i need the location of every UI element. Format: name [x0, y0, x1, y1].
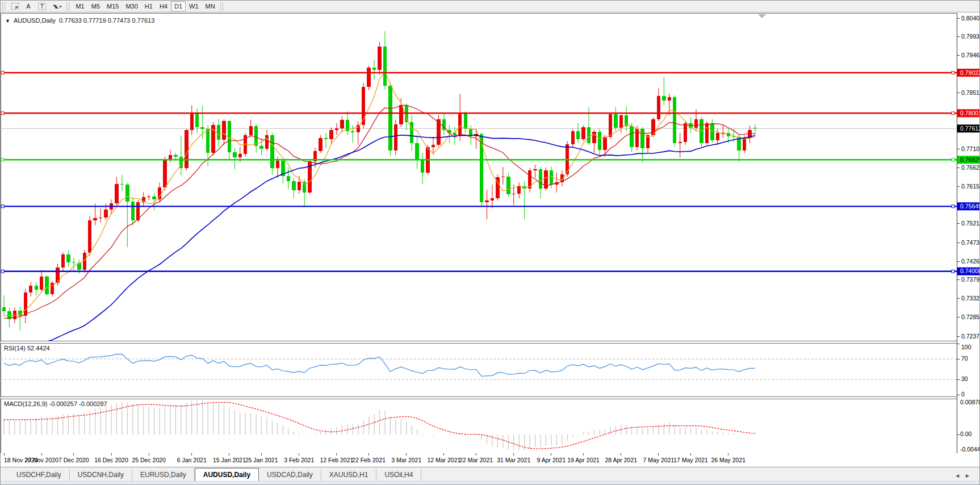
rsi-tick-label: 100: [961, 344, 971, 350]
svg-text:0.75649: 0.75649: [960, 203, 980, 210]
date-tick-label: 26 May 2021: [711, 457, 746, 463]
rsi-tick-label: 0: [961, 391, 965, 398]
symbol-tab-bar: USDCHF,DailyUSDCNH,DailyEURUSD,DailyAUDU…: [1, 467, 980, 481]
price-tick-label: 0.73320: [961, 295, 980, 302]
price-badge-0.79023: 0.79023: [957, 69, 980, 77]
price-tick-label: 0.74260: [961, 258, 980, 265]
macd-tick-label: -0.004451: [960, 446, 980, 453]
svg-text:0.78001: 0.78001: [960, 110, 980, 116]
date-tick-label: 27 Nov 2020: [24, 457, 58, 463]
chart-title: ▼AUDUSD,Daily 0.77633 0.77719 0.77473 0.…: [5, 17, 154, 24]
scroll-right-icon[interactable]: ►: [965, 473, 975, 479]
price-tick-label: 0.75210: [961, 220, 980, 227]
trading-platform-window: F A T ◥◣ ▾ M1M5M15M30H1H4D1W1MN ▼AUDUSD,…: [0, 0, 980, 485]
date-tick-label: 12 Mar 2021: [427, 457, 460, 463]
date-tick-label: 22 Feb 2021: [352, 457, 386, 463]
date-tick-label: 3 Feb 2021: [284, 457, 314, 463]
price-tick-label: 0.72370: [961, 333, 980, 340]
rsi-indicator-label: RSI(14) 52.4424: [4, 345, 50, 352]
date-tick-label: 15 Jan 2021: [213, 457, 246, 463]
date-tick-label: 31 Mar 2021: [497, 457, 530, 463]
collapse-triangle-icon[interactable]: ▼: [5, 18, 10, 24]
price-tick-label: 0.77100: [961, 145, 980, 152]
price-tick-label: 0.79930: [961, 33, 980, 40]
price-tick-label: 0.80400: [961, 15, 980, 22]
date-tick-label: 25 Dec 2020: [132, 457, 166, 463]
price-tick-label: 0.73790: [961, 276, 980, 283]
date-tick-label: 16 Dec 2020: [94, 457, 128, 463]
tab-audusd-daily[interactable]: AUDUSD,Daily: [195, 468, 259, 481]
tab-xauusd-h1[interactable]: XAUUSD,H1: [321, 469, 377, 481]
date-tick-label: 28 Apr 2021: [605, 457, 637, 463]
date-tick-label: 17 May 2021: [673, 457, 708, 463]
date-tick-label: 9 Apr 2021: [537, 457, 566, 463]
tab-eurusd-daily[interactable]: EURUSD,Daily: [132, 469, 195, 481]
tab-scroll-arrows[interactable]: ◄►: [954, 473, 975, 479]
price-badge-0.74008: 0.74008: [957, 267, 980, 275]
price-badge-0.78001: 0.78001: [957, 109, 980, 117]
price-tick-label: 0.78510: [961, 89, 980, 96]
macd-indicator-label: MACD(12,26,9) -0.000257 -0.000287: [4, 400, 107, 407]
svg-text:0.74008: 0.74008: [960, 267, 980, 274]
price-tick-label: 0.79460: [961, 52, 980, 58]
date-tick-label: 25 Jan 2021: [245, 457, 278, 463]
svg-text:0.76825: 0.76825: [960, 156, 980, 163]
tab-usdcad-daily[interactable]: USDCAD,Daily: [259, 469, 321, 481]
tab-usdchf-daily[interactable]: USDCHF,Daily: [9, 469, 70, 481]
rsi-tick-label: 30: [961, 375, 968, 382]
window-bottom-edge: [1, 481, 980, 485]
chart-symbol-label: AUDUSD,Daily: [14, 17, 56, 24]
date-tick-label: 7 Dec 2020: [58, 457, 89, 463]
high-value: 0.77719: [83, 17, 106, 24]
price-badge-0.75649: 0.75649: [957, 202, 980, 210]
macd-tick-label: 0.008782: [960, 399, 980, 405]
price-badge-0.77613: 0.77613: [957, 124, 980, 132]
svg-text:0.79023: 0.79023: [960, 69, 980, 76]
chart-canvas[interactable]: 0.804000.799300.794600.785100.771000.766…: [1, 1, 980, 467]
macd-tick-label: 0.00: [960, 430, 972, 437]
open-value: 0.77633: [59, 17, 82, 24]
price-tick-label: 0.76620: [961, 164, 980, 171]
price-tick-label: 0.72850: [961, 313, 980, 320]
price-tick-label: 0.74730: [961, 239, 980, 246]
svg-text:0.77613: 0.77613: [960, 125, 980, 132]
date-tick-label: 19 Apr 2021: [567, 457, 600, 463]
date-tick-label: 3 Mar 2021: [391, 457, 421, 463]
close-value: 0.77613: [132, 17, 155, 24]
tab-usdcnh-daily[interactable]: USDCNH,Daily: [70, 469, 132, 481]
scroll-left-icon[interactable]: ◄: [954, 473, 965, 479]
tab-usoil-h4[interactable]: USOil,H4: [376, 469, 421, 481]
low-value: 0.77473: [108, 17, 131, 24]
date-tick-label: 7 May 2021: [643, 457, 674, 463]
date-tick-label: 6 Jan 2021: [177, 457, 207, 463]
date-tick-label: 22 Mar 2021: [459, 457, 493, 463]
rsi-tick-label: 70: [961, 355, 968, 362]
price-badge-0.76825: 0.76825: [957, 156, 980, 164]
price-tick-label: 0.76150: [961, 183, 980, 190]
date-tick-label: 12 Feb 2021: [320, 457, 353, 463]
